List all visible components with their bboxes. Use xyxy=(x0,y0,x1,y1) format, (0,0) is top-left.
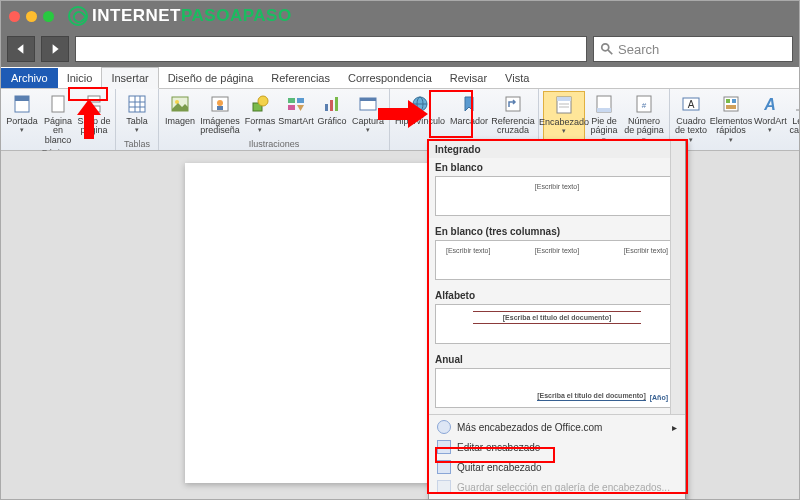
svg-rect-7 xyxy=(129,96,145,112)
svg-line-1 xyxy=(608,50,612,54)
tab-inicio[interactable]: Inicio xyxy=(58,68,102,88)
svg-rect-22 xyxy=(325,104,328,111)
btn-pie[interactable]: Pie de página▾ xyxy=(587,91,621,145)
screenshot-icon xyxy=(357,93,379,115)
gallery-item-alfabeto[interactable]: Alfabeto [Escriba el título del document… xyxy=(429,286,685,350)
dropcap-icon: A xyxy=(792,93,800,115)
svg-rect-5 xyxy=(88,96,100,102)
office-icon xyxy=(437,420,451,434)
svg-rect-43 xyxy=(732,99,736,103)
btn-ref-cruzada[interactable]: Referencia cruzada xyxy=(492,91,534,138)
search-placeholder: Search xyxy=(618,42,659,57)
btn-captura[interactable]: Captura▾ xyxy=(351,91,385,138)
gallery-edit-header[interactable]: Editar encabezado xyxy=(429,437,685,457)
tab-file[interactable]: Archivo xyxy=(1,68,58,88)
gallery-footer: Más encabezados de Office.com▸ Editar en… xyxy=(429,415,685,499)
tab-diseno[interactable]: Diseño de página xyxy=(159,68,263,88)
save-gallery-icon xyxy=(437,480,451,494)
chart-icon xyxy=(321,93,343,115)
brand-green: PASOAPASO xyxy=(181,6,292,26)
gallery-more-office[interactable]: Más encabezados de Office.com▸ xyxy=(429,417,685,437)
smartart-icon xyxy=(285,93,307,115)
site-brand: INTERNETPASOAPASO xyxy=(68,6,292,26)
btn-tabla[interactable]: Tabla▾ xyxy=(120,91,154,136)
btn-salto[interactable]: Salto de página xyxy=(77,91,111,147)
gallery-item-blank[interactable]: En blanco [Escribir texto] xyxy=(429,158,685,222)
svg-rect-44 xyxy=(726,105,736,109)
page-break-icon xyxy=(83,93,105,115)
clipart-icon xyxy=(209,93,231,115)
btn-elementos[interactable]: Elementos rápidos▾ xyxy=(710,91,752,149)
browser-nav: Search xyxy=(1,31,799,67)
svg-rect-20 xyxy=(297,98,304,103)
table-icon xyxy=(126,93,148,115)
btn-marcador[interactable]: Marcador xyxy=(448,91,490,138)
group-ilustraciones: Imagen Imágenes prediseña Formas▾ SmartA… xyxy=(159,89,390,150)
browser-titlebar: INTERNETPASOAPASO xyxy=(1,1,799,31)
tab-vista[interactable]: Vista xyxy=(496,68,538,88)
gallery-item-anual[interactable]: Anual [Escriba el título del documento] … xyxy=(429,350,685,414)
gallery-section-header: Integrado xyxy=(429,141,685,158)
btn-encabezado[interactable]: Encabezado▾ xyxy=(543,91,585,145)
brand-white: INTERNET xyxy=(92,6,181,26)
search-icon xyxy=(600,42,614,56)
shapes-icon xyxy=(249,93,271,115)
forward-button[interactable] xyxy=(41,36,69,62)
svg-rect-4 xyxy=(52,96,64,112)
btn-portada[interactable]: Portada▾ xyxy=(5,91,39,147)
svg-rect-32 xyxy=(557,97,571,101)
textbox-icon: A xyxy=(680,93,702,115)
svg-point-18 xyxy=(258,96,268,106)
btn-grafico[interactable]: Gráfico xyxy=(315,91,349,138)
svg-text:A: A xyxy=(688,99,695,110)
svg-text:#: # xyxy=(642,101,647,110)
search-input[interactable]: Search xyxy=(593,36,793,62)
svg-rect-36 xyxy=(597,108,611,112)
hyperlink-icon xyxy=(409,93,431,115)
btn-wordart[interactable]: AWordArt▾ xyxy=(754,91,787,149)
svg-rect-16 xyxy=(217,106,223,110)
close-mac-button[interactable] xyxy=(9,11,20,22)
group-label-ilustraciones: Ilustraciones xyxy=(249,138,300,150)
crossref-icon xyxy=(502,93,524,115)
maximize-mac-button[interactable] xyxy=(43,11,54,22)
group-label-tablas: Tablas xyxy=(124,138,150,150)
btn-pagina-blanco[interactable]: Página en blanco xyxy=(41,91,75,147)
tab-insertar[interactable]: Insertar xyxy=(101,67,158,89)
blank-page-icon xyxy=(47,93,69,115)
header-icon xyxy=(553,94,575,116)
remove-header-icon xyxy=(437,460,451,474)
address-bar[interactable] xyxy=(75,36,587,62)
tab-revisar[interactable]: Revisar xyxy=(441,68,496,88)
btn-imagen[interactable]: Imagen xyxy=(163,91,197,138)
tab-correspondencia[interactable]: Correspondencia xyxy=(339,68,441,88)
btn-letra-capital[interactable]: ALetra capital▾ xyxy=(789,91,800,149)
svg-rect-23 xyxy=(330,100,333,111)
header-gallery-dropdown: Integrado En blanco [Escribir texto] En … xyxy=(428,140,686,500)
page-number-icon: # xyxy=(633,93,655,115)
btn-clipart[interactable]: Imágenes prediseña xyxy=(199,91,241,138)
svg-rect-6 xyxy=(88,106,100,112)
minimize-mac-button[interactable] xyxy=(26,11,37,22)
svg-point-15 xyxy=(217,100,223,106)
gallery-save-selection: Guardar selección en galería de encabeza… xyxy=(429,477,685,497)
svg-rect-19 xyxy=(288,98,295,103)
svg-rect-21 xyxy=(288,105,295,110)
bookmark-icon xyxy=(458,93,480,115)
svg-rect-26 xyxy=(360,98,376,101)
svg-point-0 xyxy=(602,44,609,51)
svg-text:A: A xyxy=(764,96,777,113)
btn-hipervinculo[interactable]: Hipervínculo xyxy=(394,91,446,138)
btn-numero[interactable]: #Número de página▾ xyxy=(623,91,665,145)
picture-icon xyxy=(169,93,191,115)
back-button[interactable] xyxy=(7,36,35,62)
tab-referencias[interactable]: Referencias xyxy=(262,68,339,88)
gallery-remove-header[interactable]: Quitar encabezado xyxy=(429,457,685,477)
ribbon-tabs: Archivo Inicio Insertar Diseño de página… xyxy=(1,67,799,89)
gallery-item-3col[interactable]: En blanco (tres columnas) [Escribir text… xyxy=(429,222,685,286)
btn-smartart[interactable]: SmartArt xyxy=(279,91,313,138)
group-tablas: Tabla▾ Tablas xyxy=(116,89,159,150)
svg-rect-24 xyxy=(335,97,338,111)
btn-formas[interactable]: Formas▾ xyxy=(243,91,277,138)
svg-rect-42 xyxy=(726,99,730,103)
